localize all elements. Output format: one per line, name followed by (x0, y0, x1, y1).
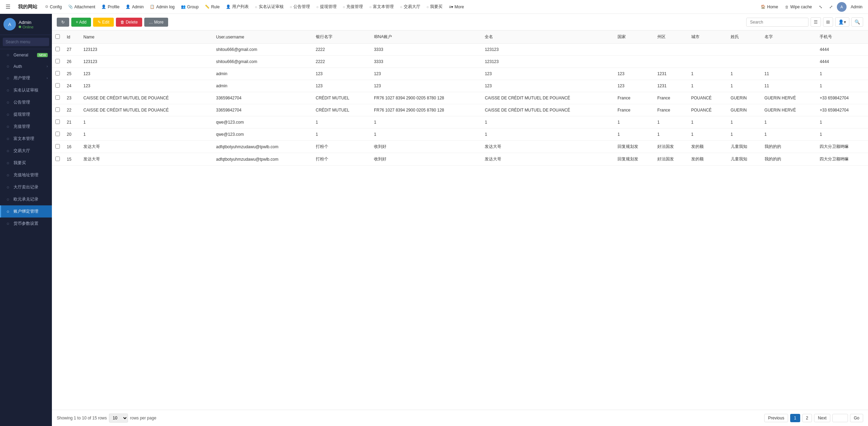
sidebar-item-kyc[interactable]: ○ 实名认证审核 (0, 84, 52, 96)
goto-page-input[interactable] (832, 414, 848, 422)
row-checkbox-cell[interactable] (52, 128, 63, 141)
col-state[interactable]: 州区 (654, 30, 688, 44)
row-checkbox-cell[interactable] (52, 104, 63, 116)
col-fullname[interactable]: 全名 (481, 30, 614, 44)
sidebar-item-general[interactable]: ○ General NEW (0, 49, 52, 61)
view-list-button[interactable]: ☰ (811, 17, 821, 27)
page-1-button[interactable]: 1 (790, 414, 800, 422)
sidebar-status: Online (19, 25, 34, 29)
sidebar-item-recharge-addr[interactable]: ○ 充值地址管理 (0, 169, 52, 181)
nav-admin[interactable]: 👤Admin (123, 0, 146, 14)
table-search-input[interactable] (746, 18, 808, 27)
sidebar-item-richtext[interactable]: ○ 富文本管理 (0, 133, 52, 145)
more-button[interactable]: … More (144, 18, 168, 27)
sidebar-label-auth: Auth (13, 64, 22, 69)
nav-home[interactable]: 🏠Home (758, 0, 781, 14)
col-firstname[interactable]: 名字 (761, 30, 816, 44)
nav-withdrawal[interactable]: ○提现管理 (313, 0, 339, 14)
row-checkbox-cell[interactable] (52, 56, 63, 68)
nav-user-name[interactable]: Admin (848, 0, 865, 14)
cell-country: 回复规划发 (614, 153, 654, 166)
nav-group[interactable]: 👥Group (178, 0, 201, 14)
nav-admin-log[interactable]: 📋Admin log (147, 0, 177, 14)
select-all-checkbox[interactable] (55, 34, 60, 39)
sidebar-item-recharge[interactable]: ○ 充值管理 (0, 121, 52, 133)
nav-user-list[interactable]: 👤用户列表 (223, 0, 252, 14)
row-checkbox[interactable] (55, 59, 60, 63)
sidebar-search-input[interactable] (3, 38, 49, 46)
row-checkbox-cell[interactable] (52, 141, 63, 153)
sidebar-item-sell-records[interactable]: ○ 大厅卖出记录 (0, 181, 52, 193)
table-row: 21 1 qwe@123.com 1 1 1 1 1 1 1 1 1 (52, 116, 868, 128)
nav-wipe-cache[interactable]: 🗑Wipe cache (782, 0, 815, 14)
sidebar-item-buy[interactable]: ○ 我要买 (0, 157, 52, 169)
row-checkbox[interactable] (55, 157, 60, 161)
col-bank[interactable]: 银行名字 (312, 30, 371, 44)
nav-attachment[interactable]: 📎Attachment (65, 0, 98, 14)
add-button[interactable]: + Add (71, 18, 91, 27)
nav-buy[interactable]: ○我要买 (424, 0, 446, 14)
sidebar-item-exchange[interactable]: ○ 交易大厅 (0, 145, 52, 157)
sidebar-item-account-bind[interactable]: ○ 账户绑定管理 (0, 205, 52, 218)
edit-button[interactable]: ✎ Edit (93, 18, 114, 27)
cell-ibna: 1 (371, 116, 481, 128)
previous-button[interactable]: Previous (764, 414, 788, 422)
next-button[interactable]: Next (814, 414, 830, 422)
table-row: 25 123 admin 123 123 123 123 1231 1 1 11… (52, 68, 868, 80)
cell-name: 123 (80, 68, 213, 80)
col-username[interactable]: User.username (213, 30, 312, 44)
filter-search-button[interactable]: 🔍 (851, 17, 863, 27)
nav-exchange[interactable]: ○交易大厅 (397, 0, 423, 14)
delete-button[interactable]: 🗑 Delete (116, 18, 142, 27)
view-grid-button[interactable]: ⊞ (823, 17, 833, 27)
row-checkbox-cell[interactable] (52, 68, 63, 80)
sidebar-item-user-mgmt[interactable]: ○ 用户管理 › (0, 72, 52, 84)
col-ibna[interactable]: IBNA账户 (371, 30, 481, 44)
row-checkbox-cell[interactable] (52, 153, 63, 166)
row-checkbox-cell[interactable] (52, 44, 63, 56)
nav-config[interactable]: ⚙Config (42, 0, 65, 14)
row-checkbox[interactable] (55, 83, 60, 88)
row-checkbox[interactable] (55, 95, 60, 100)
row-checkbox[interactable] (55, 144, 60, 149)
go-button[interactable]: Go (850, 414, 863, 422)
row-checkbox[interactable] (55, 119, 60, 124)
row-checkbox-cell[interactable] (52, 92, 63, 104)
nav-recharge[interactable]: ○充值管理 (340, 0, 366, 14)
nav-richtext[interactable]: ○富文本管理 (366, 0, 396, 14)
cell-bank: 打粉个 (312, 141, 371, 153)
sidebar-item-euro-records[interactable]: ○ 欧元承兑记录 (0, 193, 52, 205)
nav-kyc[interactable]: ○实名认证审核 (252, 0, 286, 14)
refresh-button[interactable]: ↻ (57, 18, 69, 27)
col-name[interactable]: Name (80, 30, 213, 44)
row-checkbox[interactable] (55, 71, 60, 76)
nav-rule[interactable]: 📏Rule (202, 0, 222, 14)
col-lastname[interactable]: 姓氏 (727, 30, 761, 44)
nav-shrink[interactable]: ⤡ (816, 0, 825, 14)
col-phone[interactable]: 手机号 (816, 30, 868, 44)
col-country[interactable]: 国家 (614, 30, 654, 44)
columns-button[interactable]: 👤▾ (835, 17, 849, 27)
nav-more[interactable]: ≡▾ More (446, 0, 467, 14)
col-id[interactable]: Id (63, 30, 80, 44)
row-checkbox[interactable] (55, 107, 60, 112)
sidebar-user-section: A Admin Online (0, 14, 52, 35)
row-checkbox-cell[interactable] (52, 80, 63, 92)
row-checkbox[interactable] (55, 47, 60, 51)
sidebar-item-announcement[interactable]: ○ 公告管理 (0, 96, 52, 108)
sidebar-item-auth[interactable]: ○ Auth › (0, 61, 52, 72)
row-checkbox[interactable] (55, 132, 60, 136)
nav-expand[interactable]: ⤢ (826, 0, 835, 14)
header-select-all[interactable] (52, 30, 63, 44)
row-checkbox-cell[interactable] (52, 116, 63, 128)
sidebar-item-currency-params[interactable]: ○ 货币参数设置 (0, 218, 52, 230)
hamburger-menu[interactable]: ☰ (3, 3, 13, 10)
cell-firstname: 1 (761, 128, 816, 141)
nav-announcement[interactable]: ○公告管理 (287, 0, 313, 14)
rows-per-page-select[interactable]: 10 20 50 100 (109, 414, 128, 423)
user-avatar-top[interactable]: A (837, 2, 847, 12)
sidebar-item-withdrawal[interactable]: ○ 提现管理 (0, 108, 52, 121)
nav-profile[interactable]: 👤Profile (99, 0, 122, 14)
col-city[interactable]: 城市 (688, 30, 727, 44)
page-2-button[interactable]: 2 (802, 414, 812, 422)
